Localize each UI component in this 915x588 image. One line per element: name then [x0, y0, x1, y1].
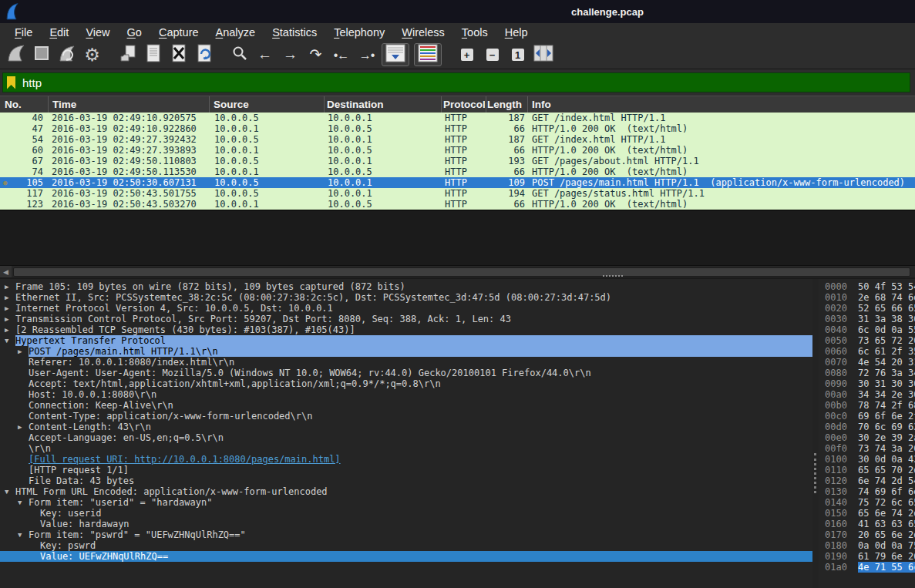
hex-row-0130[interactable]: 013074 69 6f 6e: [819, 486, 915, 497]
detail-line-11[interactable]: Connection: Keep-Alive\r\n: [0, 400, 812, 411]
hex-bytes[interactable]: 6c 0d 0a 55: [858, 324, 915, 335]
detail-line-1[interactable]: ▶Ethernet II, Src: PCSSystemtec_38:2c:5c…: [0, 292, 812, 303]
collapse-arrow-icon[interactable]: ▼: [5, 486, 8, 497]
hex-row-0150[interactable]: 015065 6e 74 2d: [819, 508, 915, 519]
detail-line-14[interactable]: Accept-Language: en-US,en;q=0.5\r\n: [0, 432, 812, 443]
menu-analyze[interactable]: Analyze: [207, 25, 264, 39]
collapse-arrow-icon[interactable]: ▼: [18, 529, 22, 540]
restart-capture-button[interactable]: [54, 43, 79, 66]
detail-line-16[interactable]: [Full request URI: http://10.0.0.1:8080/…: [0, 454, 812, 465]
resize-columns-button[interactable]: [530, 43, 556, 66]
detail-line-17[interactable]: [HTTP request 1/1]: [0, 465, 812, 475]
menu-capture[interactable]: Capture: [150, 25, 207, 39]
hex-bytes[interactable]: 2e 68 74 6d: [858, 292, 915, 303]
column-separator[interactable]: [209, 96, 210, 113]
hex-bytes[interactable]: 65 65 70 2d: [858, 465, 915, 475]
go-last-packet-button[interactable]: →•: [354, 43, 379, 66]
menu-file[interactable]: File: [6, 25, 41, 39]
packet-row-74[interactable]: 742016-03-19 02:49:50.11353010.0.0.110.0…: [0, 166, 915, 177]
hex-row-0120[interactable]: 01206e 74 2d 54: [819, 475, 915, 486]
hex-bytes[interactable]: 41 63 63 65: [858, 519, 915, 529]
detail-line-4[interactable]: ▶[2 Reassembled TCP Segments (430 bytes)…: [0, 324, 812, 335]
hex-row-0090[interactable]: 009030 31 30 30: [819, 378, 915, 389]
open-file-button[interactable]: [115, 43, 140, 66]
column-header-destination[interactable]: Destination: [327, 99, 442, 110]
hex-bytes[interactable]: 70 6c 69 63: [858, 422, 915, 432]
hex-bytes[interactable]: 30 0d 0a 43: [858, 454, 915, 465]
hex-row-0190[interactable]: 019061 79 6e 26: [819, 551, 915, 562]
packet-row-54[interactable]: 542016-03-19 02:49:27.39243210.0.0.510.0…: [0, 134, 915, 145]
menu-wireless[interactable]: Wireless: [393, 25, 453, 39]
packet-row-67[interactable]: 672016-03-19 02:49:50.11080310.0.0.510.0…: [0, 156, 915, 166]
detail-line-24[interactable]: Key: pswrd: [0, 540, 812, 551]
detail-line-22[interactable]: Value: hardawayn: [0, 519, 812, 529]
hex-row-0040[interactable]: 00406c 0d 0a 55: [819, 324, 915, 335]
hex-bytes[interactable]: 75 72 6c 65: [858, 497, 915, 508]
hex-row-00c0[interactable]: 00c069 6f 6e 2f: [819, 411, 915, 422]
detail-line-7[interactable]: Referer: 10.0.0.1:8080/index.html\r\n: [0, 357, 812, 368]
hex-bytes[interactable]: 73 65 72 20: [858, 335, 915, 346]
expand-arrow-icon[interactable]: ▶: [5, 292, 8, 303]
hex-row-00f0[interactable]: 00f073 74 3a 20: [819, 443, 915, 454]
zoom-in-button[interactable]: +: [454, 43, 479, 66]
reload-file-button[interactable]: [191, 43, 217, 66]
hex-bytes[interactable]: 6c 61 2f 35: [858, 346, 915, 357]
packet-row-123[interactable]: 1232016-03-19 02:50:43.50327010.0.0.110.…: [0, 199, 915, 210]
column-header-time[interactable]: Time: [52, 99, 210, 110]
detail-line-10[interactable]: Host: 10.0.0.1:8080\r\n: [0, 389, 812, 400]
go-back-button[interactable]: ←: [252, 43, 278, 66]
menu-go[interactable]: Go: [119, 25, 150, 39]
menu-statistics[interactable]: Statistics: [264, 25, 325, 39]
start-capture-button[interactable]: [3, 43, 29, 66]
expand-arrow-icon[interactable]: ▶: [5, 324, 8, 335]
detail-line-19[interactable]: ▼HTML Form URL Encoded: application/x-ww…: [0, 486, 812, 497]
menu-help[interactable]: Help: [496, 25, 537, 39]
detail-line-21[interactable]: Key: userid: [0, 508, 812, 519]
hex-row-0000[interactable]: 000050 4f 53 54: [819, 281, 915, 292]
hex-row-00e0[interactable]: 00e030 2e 39 2a: [819, 432, 915, 443]
hex-bytes[interactable]: 30 31 30 30: [858, 378, 915, 389]
zoom-original-button[interactable]: 1: [505, 43, 530, 66]
hex-bytes[interactable]: 4e 71 55 6c: [858, 562, 915, 573]
stop-capture-button[interactable]: [29, 43, 54, 66]
hex-row-0050[interactable]: 005073 65 72 20: [819, 335, 915, 346]
hex-bytes[interactable]: 73 74 3a 20: [858, 443, 915, 454]
hex-row-0080[interactable]: 008072 76 3a 34: [819, 368, 915, 378]
detail-line-3[interactable]: ▶Transmission Control Protocol, Src Port…: [0, 314, 812, 324]
hex-bytes[interactable]: 61 79 6e 26: [858, 551, 915, 562]
detail-line-23[interactable]: ▼Form item: "pswrd" = "UEFwZHNqUlRhZQ==": [0, 529, 812, 540]
expand-arrow-icon[interactable]: ▶: [5, 281, 8, 292]
display-filter-input[interactable]: http: [2, 72, 910, 92]
hex-bytes[interactable]: 30 2e 39 2a: [858, 432, 915, 443]
hex-row-0170[interactable]: 017020 65 6e 2d: [819, 529, 915, 540]
hex-bytes[interactable]: 50 4f 53 54: [858, 281, 915, 292]
packet-row-105[interactable]: ●1052016-03-19 02:50:30.60713110.0.0.510…: [0, 177, 915, 188]
detail-line-12[interactable]: Content-Type: application/x-www-form-url…: [0, 411, 812, 422]
hex-bytes[interactable]: 20 65 6e 2d: [858, 529, 915, 540]
go-to-packet-button[interactable]: ↷: [303, 43, 328, 66]
packet-row-40[interactable]: 402016-03-19 02:49:10.92057510.0.0.510.0…: [0, 113, 915, 123]
hex-row-00d0[interactable]: 00d070 6c 69 63: [819, 422, 915, 432]
column-separator[interactable]: [527, 96, 528, 113]
hex-bytes[interactable]: 4e 54 20 31: [858, 357, 915, 368]
vertical-splitter-handle[interactable]: [814, 453, 816, 493]
vertical-splitter[interactable]: [812, 279, 819, 588]
go-first-packet-button[interactable]: •←: [328, 43, 354, 66]
collapse-arrow-icon[interactable]: ▼: [5, 335, 8, 346]
detail-line-2[interactable]: ▶Internet Protocol Version 4, Src: 10.0.…: [0, 303, 812, 314]
auto-scroll-toggle[interactable]: [382, 43, 409, 66]
detail-line-15[interactable]: \r\n: [0, 443, 812, 454]
column-header-source[interactable]: Source: [214, 99, 325, 110]
expand-arrow-icon[interactable]: ▶: [5, 314, 8, 324]
hex-bytes[interactable]: 31 3a 38 30: [858, 314, 915, 324]
hex-row-0010[interactable]: 00102e 68 74 6d: [819, 292, 915, 303]
hex-bytes[interactable]: 34 34 2e 30: [858, 389, 915, 400]
detail-line-9[interactable]: Accept: text/html,application/xhtml+xml,…: [0, 378, 812, 389]
hex-row-0140[interactable]: 014075 72 6c 65: [819, 497, 915, 508]
find-packet-button[interactable]: [227, 43, 252, 66]
save-file-button[interactable]: [140, 43, 166, 66]
packet-row-47[interactable]: 472016-03-19 02:49:10.92286010.0.0.110.0…: [0, 123, 915, 134]
pane-splitter-handle[interactable]: [603, 275, 623, 278]
hex-row-0110[interactable]: 011065 65 70 2d: [819, 465, 915, 475]
detail-line-6[interactable]: ▶POST /pages/main.html HTTP/1.1\r\n: [0, 346, 812, 357]
